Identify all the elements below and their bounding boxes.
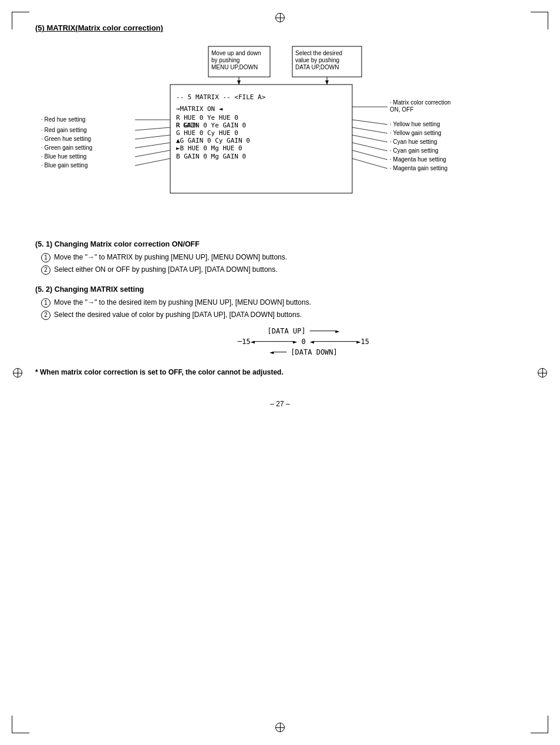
svg-text:R HUE    0     Ye HUE    0: R HUE 0 Ye HUE 0 xyxy=(176,114,238,122)
svg-text:· Green gain setting: · Green gain setting xyxy=(41,144,92,151)
subsection2-title: (5. 2) Changing MATRIX setting xyxy=(35,285,525,294)
subsection1-step2-text: Select either ON or OFF by pushing [DATA… xyxy=(54,265,278,274)
corner-bl xyxy=(12,716,29,733)
svg-line-45 xyxy=(135,150,170,157)
page: (5) MATRIX(Matrix color correction) -- 5… xyxy=(0,0,560,745)
svg-text:Move up and down: Move up and down xyxy=(211,50,261,56)
svg-text:· Magenta hue setting: · Magenta hue setting xyxy=(390,156,446,163)
diagram-container: -- 5 MATRIX -- <FILE A> →MATRIX ON ◄ R H… xyxy=(35,41,525,228)
subsection2-step1-text: Move the "→" to the desired item by push… xyxy=(54,298,311,306)
svg-line-47 xyxy=(135,159,170,166)
corner-tr xyxy=(531,12,548,29)
range-row: ─15◄─────────► 0 ◄──────────►15 xyxy=(238,338,369,346)
svg-text:►B HUE    0     Mg HUE    0: ►B HUE 0 Mg HUE 0 xyxy=(176,144,242,152)
data-up-label: [DATA UP] ──────► xyxy=(268,327,340,335)
svg-text:· Matrix color correction: · Matrix color correction xyxy=(390,99,451,106)
range-text: ─15◄─────────► 0 ◄──────────►15 xyxy=(238,338,369,346)
step-num-4: 2 xyxy=(41,311,50,320)
svg-text:--  5  MATRIX --     <FILE A>: -- 5 MATRIX -- <FILE A> xyxy=(176,93,266,101)
svg-line-27 xyxy=(352,127,387,133)
subsection1-step2: 2 Select either ON or OFF by pushing [DA… xyxy=(35,265,525,275)
subsection1-title: (5. 1) Changing Matrix color correction … xyxy=(35,240,525,248)
subsection2-step1: 1 Move the "→" to the desired item by pu… xyxy=(35,298,525,308)
subsection2: (5. 2) Changing MATRIX setting 1 Move th… xyxy=(35,285,525,358)
step-num-1: 1 xyxy=(41,253,50,262)
svg-text:DATA UP,DOWN: DATA UP,DOWN xyxy=(295,64,339,70)
svg-line-31 xyxy=(352,143,387,151)
subsection2-step2-text: Select the desired value of color by pus… xyxy=(54,311,302,319)
svg-text:· Red hue setting: · Red hue setting xyxy=(41,116,86,123)
crosshair-left-container xyxy=(13,368,22,377)
svg-text:▲G GAIN   0     Cy GAIN   0: ▲G GAIN 0 Cy GAIN 0 xyxy=(176,137,250,144)
svg-text:· Yellow hue setting: · Yellow hue setting xyxy=(390,121,440,127)
svg-text:· Blue gain setting: · Blue gain setting xyxy=(41,162,88,168)
svg-line-41 xyxy=(135,135,170,139)
svg-line-43 xyxy=(135,143,170,148)
svg-text:· Cyan hue setting: · Cyan hue setting xyxy=(390,139,437,145)
step-num-3: 1 xyxy=(41,298,50,308)
crosshair-top-container xyxy=(275,13,285,22)
svg-text:B GAIN   0     Mg GAIN   0: B GAIN 0 Mg GAIN 0 xyxy=(176,153,246,160)
diagram-svg: -- 5 MATRIX -- <FILE A> →MATRIX ON ◄ R H… xyxy=(35,41,525,228)
subsection1-step1: 1 Move the "→" to MATRIX by pushing [MEN… xyxy=(35,253,525,262)
data-range-diagram: [DATA UP] ──────► ─15◄─────────► 0 ◄────… xyxy=(82,326,525,358)
svg-marker-21 xyxy=(325,80,329,85)
svg-text:· Yellow gain setting: · Yellow gain setting xyxy=(390,130,441,136)
svg-text:· Cyan gain setting: · Cyan gain setting xyxy=(390,147,438,154)
subsection1-step1-text: Move the "→" to MATRIX by pushing [MENU … xyxy=(54,253,287,261)
svg-line-29 xyxy=(352,135,387,142)
svg-text:· Magenta gain setting: · Magenta gain setting xyxy=(390,165,447,171)
svg-line-35 xyxy=(352,159,387,168)
svg-line-25 xyxy=(352,120,387,124)
svg-text:MENU UP,DOWN: MENU UP,DOWN xyxy=(211,64,258,70)
svg-text:by pushing: by pushing xyxy=(211,57,239,63)
page-number: – 27 – xyxy=(35,400,525,408)
subsection1: (5. 1) Changing Matrix color correction … xyxy=(35,240,525,275)
svg-marker-15 xyxy=(237,80,241,85)
svg-text:· Green hue setting: · Green hue setting xyxy=(41,136,91,142)
svg-text:Select the desired: Select the desired xyxy=(295,50,342,56)
data-down-label: ◄─── [DATA DOWN] xyxy=(269,348,338,356)
svg-text:· Blue hue setting: · Blue hue setting xyxy=(41,153,86,160)
svg-text:R GAIN: R GAIN xyxy=(176,122,197,129)
section-title: (5) MATRIX(Matrix color correction) xyxy=(35,23,525,32)
svg-text:· Red gain setting: · Red gain setting xyxy=(41,127,87,133)
corner-tl xyxy=(12,12,29,29)
corner-br xyxy=(531,716,548,733)
svg-text:→MATRIX    ON ◄: →MATRIX ON ◄ xyxy=(176,105,223,113)
note: * When matrix color correction is set to… xyxy=(35,368,525,376)
svg-line-33 xyxy=(352,150,387,160)
data-up-row: [DATA UP] ──────► xyxy=(268,327,340,335)
svg-text:ON, OFF: ON, OFF xyxy=(390,106,414,113)
subsection2-step2: 2 Select the desired value of color by p… xyxy=(35,311,525,320)
data-down-row: ◄─── [DATA DOWN] xyxy=(269,348,338,356)
svg-line-39 xyxy=(135,127,170,130)
step-num-2: 2 xyxy=(41,265,50,275)
svg-text:G HUE    0     Cy HUE    0: G HUE 0 Cy HUE 0 xyxy=(176,129,238,137)
crosshair-bottom-container xyxy=(275,723,285,732)
crosshair-right-container xyxy=(538,368,547,377)
svg-text:value by pushing: value by pushing xyxy=(295,57,339,63)
